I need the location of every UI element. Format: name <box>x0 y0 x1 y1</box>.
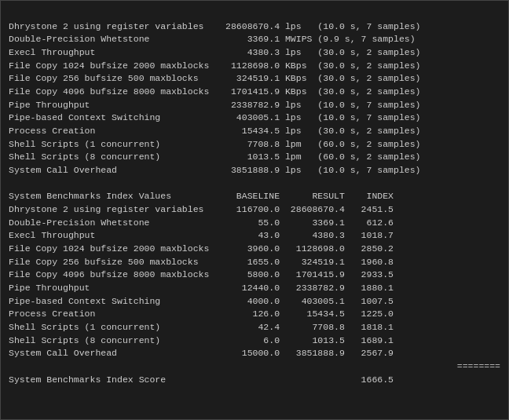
benchmark-row: File Copy 1024 bufsize 2000 maxblocks 11… <box>9 60 500 73</box>
benchmark-row: Dhrystone 2 using register variables 286… <box>9 20 500 34</box>
benchmark-row: Shell Scripts (1 concurrent) 7708.8 lpm … <box>9 138 500 152</box>
index-row: Execl Throughput 43.0 4380.3 1018.7 <box>9 229 500 243</box>
benchmark-row: File Copy 256 bufsize 500 maxblocks 3245… <box>9 72 500 86</box>
index-row: File Copy 4096 bufsize 8000 maxblocks 58… <box>9 268 500 282</box>
index-row: Shell Scripts (8 concurrent) 6.0 1013.5 … <box>9 334 500 348</box>
equals-line: ======== <box>9 360 500 374</box>
index-row: System Call Overhead 15000.0 3851888.9 2… <box>9 347 500 360</box>
index-row: File Copy 1024 bufsize 2000 maxblocks 39… <box>9 243 500 256</box>
index-header-row: System Benchmarks Index Values BASELINE … <box>9 190 500 203</box>
benchmark-row: Double-Precision Whetstone 3369.1 MWIPS … <box>9 33 500 46</box>
benchmark-row: Pipe Throughput 2338782.9 lps (10.0 s, 7… <box>9 99 500 112</box>
index-row: Pipe Throughput 12440.0 2338782.9 1880.1 <box>9 282 500 295</box>
benchmark-row: File Copy 4096 bufsize 8000 maxblocks 17… <box>9 86 500 99</box>
index-row: Double-Precision Whetstone 55.0 3369.1 6… <box>9 217 500 230</box>
index-section: System Benchmarks Index Values BASELINE … <box>9 190 500 360</box>
benchmark-row: Process Creation 15434.5 lps (30.0 s, 2 … <box>9 125 500 138</box>
benchmark-row: Execl Throughput 4380.3 lps (30.0 s, 2 s… <box>9 46 500 60</box>
index-row: Process Creation 126.0 15434.5 1225.0 <box>9 308 500 321</box>
index-row: File Copy 256 bufsize 500 maxblocks 1655… <box>9 256 500 269</box>
terminal: Dhrystone 2 using register variables 286… <box>0 0 509 420</box>
benchmark-row: System Call Overhead 3851888.9 lps (10.0… <box>9 164 500 177</box>
benchmark-row: Pipe-based Context Switching 403005.1 lp… <box>9 111 500 125</box>
blank-2 <box>9 177 500 191</box>
index-row: Dhrystone 2 using register variables 116… <box>9 203 500 217</box>
benchmark-row: Shell Scripts (8 concurrent) 1013.5 lpm … <box>9 151 500 164</box>
index-row: Shell Scripts (1 concurrent) 42.4 7708.8… <box>9 321 500 334</box>
score-line: System Benchmarks Index Score 1666.5 <box>9 374 500 387</box>
index-row: Pipe-based Context Switching 4000.0 4030… <box>9 295 500 309</box>
blank-1 <box>9 7 500 20</box>
benchmark-rows: Dhrystone 2 using register variables 286… <box>9 20 500 177</box>
